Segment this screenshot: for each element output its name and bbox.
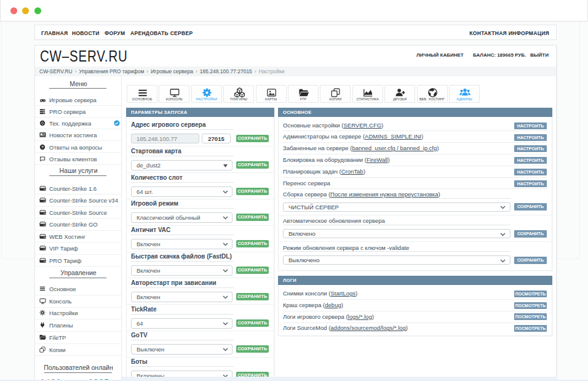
svg-text:?: ? (41, 145, 44, 149)
